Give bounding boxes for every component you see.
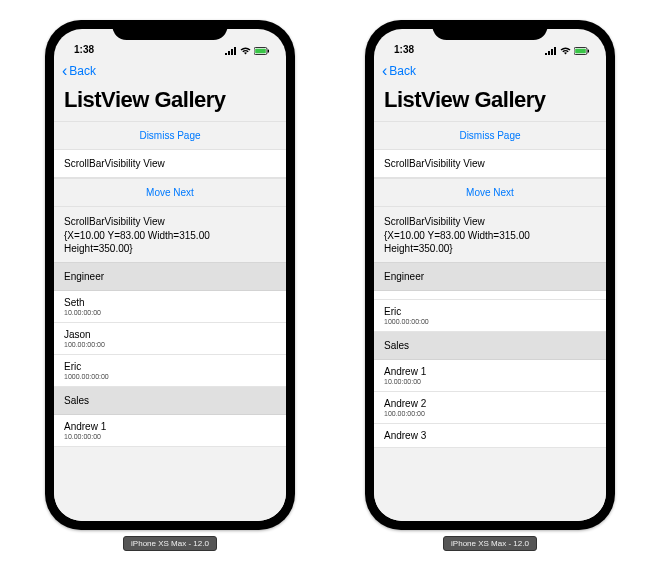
item-sub: 100.00:00:00 bbox=[64, 341, 276, 348]
device-label: iPhone XS Max - 12.0 bbox=[123, 536, 217, 551]
svg-rect-0 bbox=[225, 53, 227, 55]
device-frame: 1:38 ‹ Back ListView Gallery Dismiss Pa bbox=[45, 20, 295, 530]
content-area: Dismiss Page ScrollBarVisibility View Mo… bbox=[374, 121, 606, 521]
item-name: Andrew 2 bbox=[384, 398, 596, 409]
notch bbox=[113, 20, 228, 40]
screen: 1:38 ‹ Back ListView Gallery Dismiss Pa bbox=[54, 29, 286, 521]
item-sub: 1000.00:00:00 bbox=[64, 373, 276, 380]
item-name: Seth bbox=[64, 297, 276, 308]
phone-right: 1:38 ‹ Back ListView Gallery Dismiss Pa bbox=[365, 20, 615, 551]
device-label: iPhone XS Max - 12.0 bbox=[443, 536, 537, 551]
item-name: Andrew 1 bbox=[384, 366, 596, 377]
info-line1: ScrollBarVisibility View bbox=[384, 215, 596, 229]
list-item[interactable]: Andrew 3 bbox=[374, 424, 606, 448]
back-button[interactable]: ‹ Back bbox=[382, 63, 416, 79]
list-item[interactable]: Eric 1000.00:00:00 bbox=[54, 355, 286, 387]
info-block: ScrollBarVisibility View {X=10.00 Y=83.0… bbox=[54, 207, 286, 262]
list-item[interactable]: Seth 10.00:00:00 bbox=[54, 291, 286, 323]
group-header: Sales bbox=[374, 332, 606, 360]
item-name: Eric bbox=[64, 361, 276, 372]
list-item[interactable]: Andrew 1 10.00:00:00 bbox=[374, 360, 606, 392]
svg-rect-9 bbox=[551, 49, 553, 55]
chevron-left-icon: ‹ bbox=[62, 63, 67, 79]
item-name: Andrew 3 bbox=[384, 430, 596, 441]
cellular-icon bbox=[545, 47, 557, 55]
nav-bar: ‹ Back bbox=[374, 57, 606, 85]
svg-rect-8 bbox=[548, 51, 550, 55]
svg-rect-7 bbox=[545, 53, 547, 55]
item-sub: 10.00:00:00 bbox=[384, 378, 596, 385]
scrollbar-visibility-input[interactable]: ScrollBarVisibility View bbox=[374, 150, 606, 178]
item-name: Andrew 1 bbox=[64, 421, 276, 432]
info-line1: ScrollBarVisibility View bbox=[64, 215, 276, 229]
battery-icon bbox=[254, 47, 270, 55]
content-area: Dismiss Page ScrollBarVisibility View Mo… bbox=[54, 121, 286, 521]
move-next-button[interactable]: Move Next bbox=[54, 178, 286, 207]
item-sub: 1000.00:00:00 bbox=[384, 318, 596, 325]
cellular-icon bbox=[225, 47, 237, 55]
listview[interactable]: Engineer Eric 1000.00:00:00 Sales Andrew… bbox=[374, 262, 606, 448]
listview[interactable]: Engineer Seth 10.00:00:00 Jason 100.00:0… bbox=[54, 262, 286, 447]
home-indicator bbox=[445, 522, 535, 525]
move-next-button[interactable]: Move Next bbox=[374, 178, 606, 207]
page-title: ListView Gallery bbox=[374, 85, 606, 121]
list-item-partial[interactable] bbox=[374, 291, 606, 300]
home-indicator bbox=[125, 522, 215, 525]
chevron-left-icon: ‹ bbox=[382, 63, 387, 79]
phone-left: 1:38 ‹ Back ListView Gallery Dismiss Pa bbox=[45, 20, 295, 551]
info-line2: {X=10.00 Y=83.00 Width=315.00 Height=350… bbox=[64, 229, 276, 256]
group-header: Sales bbox=[54, 387, 286, 415]
svg-rect-2 bbox=[231, 49, 233, 55]
page-title: ListView Gallery bbox=[54, 85, 286, 121]
battery-icon bbox=[574, 47, 590, 55]
status-indicators bbox=[225, 47, 270, 55]
status-indicators bbox=[545, 47, 590, 55]
item-name: Eric bbox=[384, 306, 596, 317]
item-sub: 10.00:00:00 bbox=[64, 433, 276, 440]
scrollbar-visibility-input[interactable]: ScrollBarVisibility View bbox=[54, 150, 286, 178]
wifi-icon bbox=[560, 47, 571, 55]
back-label: Back bbox=[69, 64, 96, 78]
nav-bar: ‹ Back bbox=[54, 57, 286, 85]
svg-rect-13 bbox=[588, 50, 589, 53]
back-label: Back bbox=[389, 64, 416, 78]
svg-rect-6 bbox=[268, 50, 269, 53]
svg-rect-10 bbox=[554, 47, 556, 55]
list-item[interactable]: Jason 100.00:00:00 bbox=[54, 323, 286, 355]
group-header: Engineer bbox=[54, 263, 286, 291]
back-button[interactable]: ‹ Back bbox=[62, 63, 96, 79]
svg-rect-5 bbox=[255, 49, 266, 54]
group-header: Engineer bbox=[374, 263, 606, 291]
wifi-icon bbox=[240, 47, 251, 55]
item-sub: 10.00:00:00 bbox=[64, 309, 276, 316]
dismiss-page-button[interactable]: Dismiss Page bbox=[54, 121, 286, 150]
status-time: 1:38 bbox=[74, 44, 94, 55]
list-item[interactable]: Eric 1000.00:00:00 bbox=[374, 300, 606, 332]
item-sub: 100.00:00:00 bbox=[384, 410, 596, 417]
info-line2: {X=10.00 Y=83.00 Width=315.00 Height=350… bbox=[384, 229, 596, 256]
list-item[interactable]: Andrew 2 100.00:00:00 bbox=[374, 392, 606, 424]
device-frame: 1:38 ‹ Back ListView Gallery Dismiss Pa bbox=[365, 20, 615, 530]
svg-rect-12 bbox=[575, 49, 586, 54]
screen: 1:38 ‹ Back ListView Gallery Dismiss Pa bbox=[374, 29, 606, 521]
notch bbox=[433, 20, 548, 40]
svg-rect-1 bbox=[228, 51, 230, 55]
dismiss-page-button[interactable]: Dismiss Page bbox=[374, 121, 606, 150]
list-item[interactable]: Andrew 1 10.00:00:00 bbox=[54, 415, 286, 447]
item-name: Jason bbox=[64, 329, 276, 340]
status-time: 1:38 bbox=[394, 44, 414, 55]
info-block: ScrollBarVisibility View {X=10.00 Y=83.0… bbox=[374, 207, 606, 262]
svg-rect-3 bbox=[234, 47, 236, 55]
